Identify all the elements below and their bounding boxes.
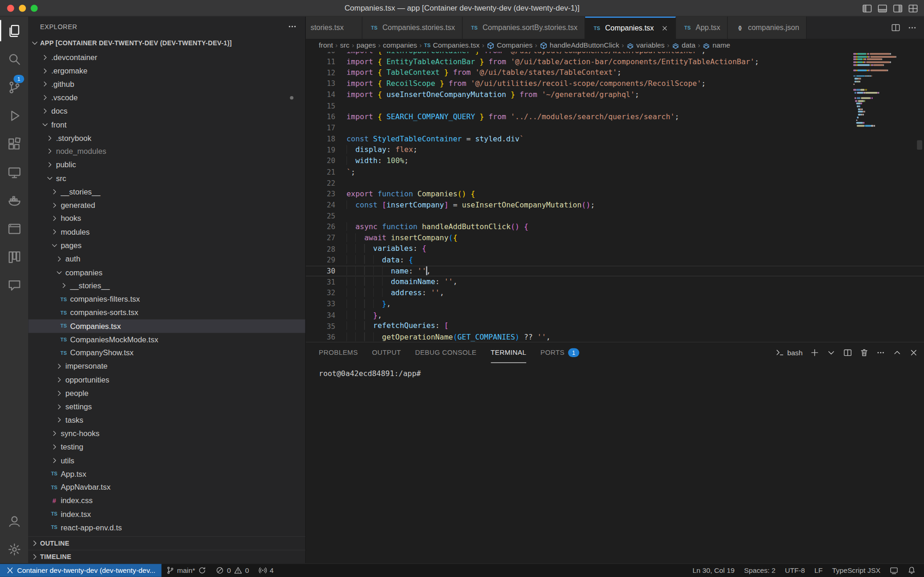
customize-layout-icon[interactable] (908, 3, 918, 13)
breadcrumb-item-variables[interactable]: variables (626, 41, 665, 49)
code-line[interactable]: 30 name: '', (306, 266, 924, 277)
tree-folder-companies[interactable]: companies (28, 266, 305, 279)
status-remote[interactable]: Container dev-twenty-dev (dev-twenty-dev… (0, 564, 161, 577)
panel-more-actions-icon[interactable] (876, 348, 885, 357)
activity-live-preview-icon[interactable] (0, 214, 28, 243)
split-terminal-icon[interactable] (843, 348, 852, 357)
tree-folder-node_modules[interactable]: node_modules (28, 145, 305, 158)
tree-folder-opportunities[interactable]: opportunities (28, 373, 305, 387)
activity-docker-icon[interactable] (0, 186, 28, 214)
tree-folder-.github[interactable]: .github (28, 78, 305, 91)
outline-section[interactable]: OUTLINE (28, 536, 305, 550)
code-line[interactable]: 25 (306, 211, 924, 222)
status-branch[interactable]: main* (161, 564, 211, 577)
breadcrumb-item-data[interactable]: data (672, 41, 695, 49)
tree-folder-__stories__[interactable]: __stories__ (28, 185, 305, 198)
minimap[interactable] (853, 53, 915, 342)
tree-folder-auth[interactable]: auth (28, 252, 305, 266)
activity-run-debug-icon[interactable] (0, 101, 28, 129)
breadcrumb-item-src[interactable]: src (340, 41, 349, 49)
toggle-sidebar-icon[interactable] (862, 3, 872, 13)
code-line[interactable]: 34 }, (306, 310, 924, 321)
tree-file-index.tsx[interactable]: TSindex.tsx (28, 507, 305, 521)
toggle-panel-icon[interactable] (877, 3, 888, 13)
tree-folder-impersonate[interactable]: impersonate (28, 359, 305, 373)
code-line[interactable]: 14import { useInsertOneCompanyMutation }… (306, 90, 924, 101)
status-notifications[interactable] (903, 564, 920, 577)
code-line[interactable]: 24 const [insertCompany] = useInsertOneC… (306, 200, 924, 211)
code-line[interactable]: 18const StyledTableContainer = styled.di… (306, 134, 924, 145)
code-line[interactable]: 17 (306, 122, 924, 134)
tree-folder-testing[interactable]: testing (28, 440, 305, 454)
activity-chat-icon[interactable] (0, 271, 28, 299)
minimize-window-button[interactable] (19, 5, 26, 12)
tree-folder-src[interactable]: src (28, 171, 305, 185)
tree-folder-front[interactable]: front (28, 118, 305, 131)
timeline-section[interactable]: TIMELINE (28, 550, 305, 563)
tree-folder-people[interactable]: people (28, 387, 305, 400)
tree-folder-pages[interactable]: pages (28, 239, 305, 252)
code-line[interactable]: 16import { SEARCH_COMPANY_QUERY } from '… (306, 111, 924, 122)
tree-folder-tasks[interactable]: tasks (28, 413, 305, 427)
kill-terminal-icon[interactable] (860, 348, 869, 357)
tree-file-App.tsx[interactable]: TSApp.tsx (28, 467, 305, 480)
breadcrumb-item-name[interactable]: name (703, 41, 730, 49)
tab-App.tsx[interactable]: TSApp.tsx (675, 17, 728, 39)
status-screencast[interactable] (885, 564, 903, 577)
code-line[interactable]: 32 address: '', (306, 288, 924, 299)
tree-folder-public[interactable]: public (28, 158, 305, 171)
status-cursor-position[interactable]: Ln 30, Col 19 (688, 564, 739, 577)
tree-file-companies-filters.tsx[interactable]: TScompanies-filters.tsx (28, 292, 305, 306)
scrollbar-thumb[interactable] (917, 140, 922, 150)
activity-account-icon[interactable] (0, 507, 28, 535)
tree-folder-.storybook[interactable]: .storybook (28, 131, 305, 145)
code-line[interactable]: 19 display: flex; (306, 145, 924, 156)
code-line[interactable]: 26 async function handleAddButtonClick()… (306, 222, 924, 233)
tree-folder-settings[interactable]: settings (28, 400, 305, 413)
terminal-content[interactable]: root@0a42ecd84891:/app# (306, 363, 924, 564)
tree-file-react-app-env.d.ts[interactable]: TSreact-app-env.d.ts (28, 521, 305, 534)
status-eol[interactable]: LF (809, 564, 827, 577)
tree-folder-__stories__[interactable]: __stories__ (28, 279, 305, 292)
code-line[interactable]: 23export function Companies() { (306, 188, 924, 200)
code-line[interactable]: 15 (306, 100, 924, 111)
code-line[interactable]: 33 }, (306, 298, 924, 310)
status-language-mode[interactable]: TypeScript JSX (827, 564, 885, 577)
breadcrumb-item-companies[interactable]: companies (383, 41, 417, 49)
tab-Companies.tsx[interactable]: TSCompanies.tsx (585, 17, 675, 39)
panel-tab-debug-console[interactable]: DEBUG CONSOLE (415, 342, 476, 363)
activity-source-control-icon[interactable]: 1 (0, 73, 28, 101)
breadcrumb-item-handleAddButtonClick[interactable]: handleAddButtonClick (540, 41, 619, 49)
tree-file-AppNavbar.tsx[interactable]: TSAppNavbar.tsx (28, 480, 305, 494)
breadcrumb-item-front[interactable]: front (319, 41, 333, 49)
breadcrumb-item-Companies.tsx[interactable]: TSCompanies.tsx (424, 41, 480, 49)
zoom-window-button[interactable] (30, 5, 37, 12)
new-terminal-button[interactable] (810, 348, 819, 357)
status-indentation[interactable]: Spaces: 2 (739, 564, 780, 577)
breadcrumb-item-Companies[interactable]: Companies (487, 41, 533, 49)
breadcrumb-item-pages[interactable]: pages (357, 41, 376, 49)
panel-tab-problems[interactable]: PROBLEMS (319, 342, 358, 363)
close-window-button[interactable] (7, 5, 14, 12)
tab-stories.tsx[interactable]: stories.tsx (306, 17, 362, 39)
tree-folder-.ergomake[interactable]: .ergomake (28, 64, 305, 78)
tab-Companies.stories.tsx[interactable]: TSCompanies.stories.tsx (362, 17, 462, 39)
tab-companies.json[interactable]: {}companies.json (728, 17, 807, 39)
tree-folder-hooks[interactable]: hooks (28, 212, 305, 225)
maximize-panel-icon[interactable] (893, 348, 901, 357)
code-line[interactable]: 11import { EntityTableActionBar } from '… (306, 56, 924, 67)
tree-folder-utils[interactable]: utils (28, 454, 305, 467)
code-line[interactable]: 28 variables: { (306, 243, 924, 255)
activity-explorer-icon[interactable] (0, 17, 28, 45)
code-line[interactable]: 29 data: { (306, 255, 924, 266)
code-line[interactable]: 21`; (306, 166, 924, 177)
tree-folder-.vscode[interactable]: .vscode (28, 91, 305, 104)
tree-folder-generated[interactable]: generated (28, 199, 305, 212)
explorer-section-header[interactable]: APP [CONTAINER DEV-TWENTY-DEV (DEV-TWENT… (28, 36, 305, 49)
code-line[interactable]: 36 getOperationName(GET_COMPANIES) ?? ''… (306, 332, 924, 342)
tree-folder-modules[interactable]: modules (28, 225, 305, 239)
tree-file-Companies.tsx[interactable]: TSCompanies.tsx (28, 319, 305, 333)
status-encoding[interactable]: UTF-8 (780, 564, 810, 577)
tree-file-CompanyShow.tsx[interactable]: TSCompanyShow.tsx (28, 346, 305, 359)
panel-tab-terminal[interactable]: TERMINAL (491, 342, 526, 363)
